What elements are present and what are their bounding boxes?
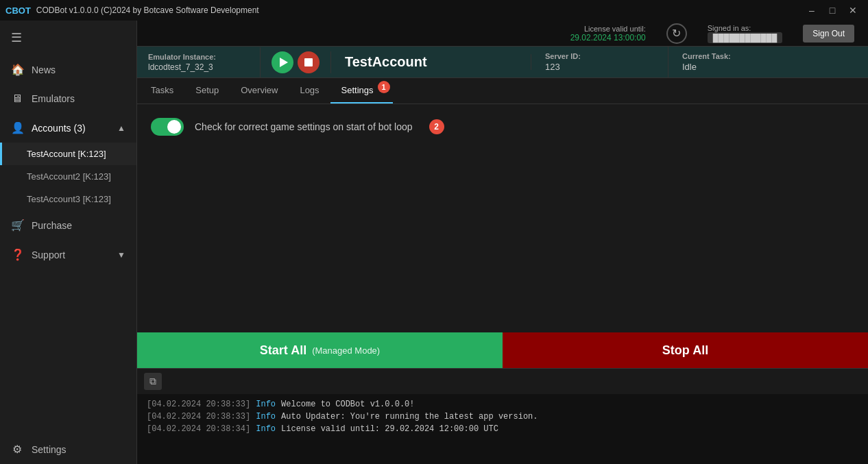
- sidebar-item-purchase[interactable]: 🛒 Purchase: [0, 210, 136, 240]
- toggle-knob: [167, 120, 181, 134]
- emulator-panel: Emulator Instance: ldcodtest_7_32_3 Test…: [137, 47, 868, 78]
- play-icon: [280, 58, 288, 67]
- account-item-3[interactable]: TestAccount3 [K:123]: [0, 188, 136, 210]
- play-button[interactable]: [272, 51, 293, 73]
- current-task-label: Current Task:: [682, 52, 854, 60]
- app-title: CODBot v1.0.0.0 (C)2024 by Botcave Softw…: [36, 5, 259, 15]
- sidebar-item-support-label: Support: [32, 249, 65, 260]
- stop-all-button[interactable]: Stop All: [503, 332, 868, 368]
- license-info: License valid until: 29.02.2024 13:00:00: [570, 25, 646, 42]
- start-mode-label: (Managed Mode): [312, 345, 380, 356]
- accounts-icon: 👤: [11, 121, 23, 134]
- chevron-up-icon: ▲: [117, 123, 125, 133]
- current-task-section: Current Task: Idle: [668, 47, 868, 77]
- minimize-button[interactable]: –: [802, 3, 821, 17]
- home-icon: 🏠: [11, 63, 23, 76]
- server-id-label: Server ID:: [545, 52, 654, 60]
- sidebar-item-news[interactable]: 🏠 News: [0, 55, 136, 84]
- maximize-button[interactable]: □: [823, 3, 842, 17]
- tab-settings[interactable]: Settings 1: [330, 78, 393, 103]
- emulator-instance: Emulator Instance: ldcodtest_7_32_3: [137, 47, 261, 77]
- sidebar-item-emulators[interactable]: 🖥 Emulators: [0, 84, 136, 113]
- tabs-bar: Tasks Setup Overview Logs Settings 1: [137, 78, 868, 104]
- hamburger-menu[interactable]: ☰: [0, 21, 136, 55]
- sidebar-item-settings-label: Settings: [32, 444, 67, 455]
- sidebar-item-emulators-label: Emulators: [32, 93, 75, 104]
- sidebar-item-news-label: News: [32, 64, 56, 75]
- emulator-instance-name: ldcodtest_7_32_3: [148, 62, 249, 72]
- log-level: Info: [256, 400, 276, 409]
- tab-settings-badge: 1: [378, 81, 390, 93]
- titlebar: CBOT CODBot v1.0.0.0 (C)2024 by Botcave …: [0, 0, 868, 21]
- console-log: [04.02.2024 20:38:33]InfoWelcome to CODB…: [137, 394, 868, 464]
- copy-log-button[interactable]: ⧉: [144, 373, 162, 390]
- check-game-badge: 2: [429, 119, 444, 134]
- check-game-label: Check for correct game settings on start…: [195, 121, 413, 132]
- account-item-2[interactable]: TestAccount2 [K:123]: [0, 165, 136, 188]
- stop-icon: [304, 58, 313, 66]
- log-line: [04.02.2024 20:38:33]InfoWelcome to CODB…: [147, 398, 858, 411]
- support-icon: ❓: [11, 248, 23, 261]
- tab-setup[interactable]: Setup: [184, 78, 230, 103]
- log-line: [04.02.2024 20:38:33]InfoAuto Updater: Y…: [147, 411, 858, 423]
- emulators-icon: 🖥: [11, 93, 23, 105]
- tab-settings-label: Settings: [341, 85, 374, 95]
- account-list: TestAccount [K:123] TestAccount2 [K:123]…: [0, 143, 136, 210]
- check-game-toggle[interactable]: [151, 118, 184, 136]
- main-content: License valid until: 29.02.2024 13:00:00…: [137, 21, 868, 464]
- sidebar-item-accounts-label: Accounts (3): [32, 123, 86, 134]
- log-message: Welcome to CODBot v1.0.0.0!: [281, 400, 414, 409]
- sidebar-item-purchase-label: Purchase: [32, 220, 72, 231]
- log-timestamp: [04.02.2024 20:38:34]: [147, 424, 250, 434]
- log-level: Info: [256, 412, 276, 422]
- stop-button[interactable]: [298, 51, 320, 73]
- console-area: ⧉ [04.02.2024 20:38:33]InfoWelcome to CO…: [137, 368, 868, 464]
- sidebar-item-support[interactable]: ❓ Support ▼: [0, 240, 136, 269]
- support-chevron-icon: ▼: [117, 250, 125, 260]
- current-task-value: Idle: [682, 62, 854, 72]
- refresh-button[interactable]: ↻: [666, 23, 687, 44]
- purchase-icon: 🛒: [11, 219, 23, 232]
- console-toolbar: ⧉: [137, 368, 868, 394]
- sign-out-button[interactable]: Sign Out: [803, 25, 854, 42]
- log-message: License valid until: 29.02.2024 12:00:00…: [281, 424, 498, 434]
- tab-logs[interactable]: Logs: [289, 78, 330, 103]
- server-id-value: 123: [545, 62, 654, 72]
- emulator-instance-label: Emulator Instance:: [148, 53, 249, 61]
- emulator-controls: [261, 51, 331, 73]
- sidebar: ☰ 🏠 News 🖥 Emulators 👤 Accounts (3) ▲ Te…: [0, 21, 137, 464]
- emulator-header: Emulator Instance: ldcodtest_7_32_3 Test…: [137, 47, 868, 77]
- app-logo: CBOT: [5, 5, 31, 16]
- sidebar-item-accounts[interactable]: 👤 Accounts (3) ▲: [0, 113, 136, 143]
- settings-panel: Check for correct game settings on start…: [137, 104, 868, 332]
- gear-icon: ⚙: [11, 443, 23, 456]
- log-timestamp: [04.02.2024 20:38:33]: [147, 400, 250, 409]
- start-all-label: Start All: [260, 343, 306, 358]
- log-level: Info: [256, 424, 276, 434]
- license-date: 29.02.2024 13:00:00: [570, 33, 646, 42]
- header-bar: License valid until: 29.02.2024 13:00:00…: [137, 21, 868, 47]
- signed-in-label: Signed in as:: [708, 24, 783, 32]
- account-name-display: TestAccount: [331, 54, 531, 70]
- window-controls: – □ ✕: [802, 3, 863, 17]
- settings-row-check-game: Check for correct game settings on start…: [151, 118, 854, 136]
- log-message: Auto Updater: You're running the latest …: [281, 412, 538, 422]
- signed-in-info: Signed in as: ████████████: [708, 24, 783, 43]
- sidebar-item-settings[interactable]: ⚙ Settings: [0, 435, 136, 464]
- log-line: [04.02.2024 20:38:34]InfoLicense valid u…: [147, 423, 858, 435]
- close-button[interactable]: ✕: [843, 3, 863, 17]
- log-timestamp: [04.02.2024 20:38:33]: [147, 412, 250, 422]
- signed-in-name: ████████████: [708, 32, 783, 43]
- account-item-1[interactable]: TestAccount [K:123]: [0, 143, 136, 165]
- tab-overview[interactable]: Overview: [230, 78, 289, 103]
- start-all-button[interactable]: Start All (Managed Mode): [137, 332, 503, 368]
- action-bar: Start All (Managed Mode) Stop All: [137, 332, 868, 368]
- server-id-section: Server ID: 123: [531, 47, 668, 77]
- license-label: License valid until:: [584, 25, 646, 33]
- tab-tasks[interactable]: Tasks: [140, 78, 184, 103]
- sidebar-bottom: ⚙ Settings: [0, 435, 136, 464]
